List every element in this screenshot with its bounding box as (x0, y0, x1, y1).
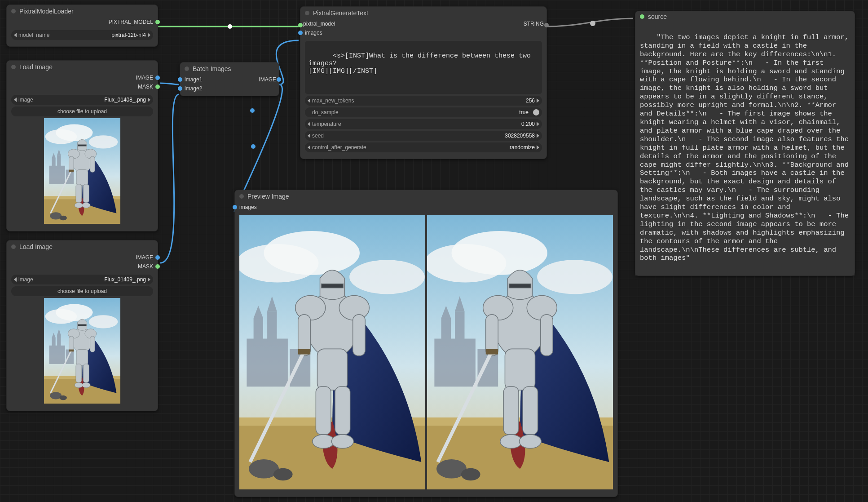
output-string-label: STRING (521, 21, 546, 27)
arrow-right-icon[interactable] (148, 277, 150, 282)
title-text: Preview Image (247, 193, 289, 200)
input-images-label: images (302, 30, 325, 36)
input-port-icon[interactable] (178, 77, 182, 82)
do-sample-widget[interactable]: do_sample true (305, 107, 542, 117)
node-pixtral-model-loader[interactable]: PixtralModelLoader PIXTRAL_MODEL model_n… (6, 4, 158, 47)
collapse-dot-icon[interactable] (11, 9, 16, 13)
arrow-left-icon[interactable] (14, 98, 17, 102)
preview-image-pair (239, 215, 613, 489)
arrow-left-icon[interactable] (14, 33, 17, 37)
max-new-tokens-widget[interactable]: max_new_tokens 256 (305, 96, 542, 106)
arrow-right-icon[interactable] (148, 98, 150, 102)
output-port-icon[interactable] (277, 77, 281, 82)
arrow-right-icon[interactable] (537, 133, 539, 138)
toggle-dot-icon[interactable] (533, 109, 539, 116)
temperature-widget[interactable]: temperature 0.200 (305, 119, 542, 129)
image-preview (44, 298, 120, 404)
node-preview-image[interactable]: Preview Image images (234, 190, 618, 497)
title-text: Load Image (19, 63, 53, 71)
output-port-icon[interactable] (155, 20, 160, 24)
input-images-label: images (237, 204, 260, 210)
svg-point-28 (250, 108, 255, 113)
output-mask-label: MASK (135, 263, 156, 270)
image-file-widget[interactable]: image Flux_01408_.png (11, 95, 153, 105)
node-source[interactable]: source "The two images depict a knight i… (635, 11, 855, 276)
model-name-widget[interactable]: model_name pixtral-12b-nf4 (11, 30, 153, 40)
collapse-dot-icon[interactable] (185, 67, 189, 71)
node-pixtral-generate-text[interactable]: PixtralGenerateText pixtral_model STRING… (300, 6, 547, 159)
input-port-icon[interactable] (640, 14, 644, 19)
output-image-label: IMAGE (133, 75, 156, 81)
node-title[interactable]: PixtralModelLoader (7, 5, 158, 18)
output-label: PIXTRAL_MODEL (106, 19, 156, 25)
node-title[interactable]: Preview Image (235, 190, 617, 203)
arrow-left-icon[interactable] (14, 277, 17, 282)
svg-point-27 (228, 24, 232, 29)
collapse-dot-icon[interactable] (11, 244, 16, 249)
arrow-right-icon[interactable] (148, 33, 150, 37)
node-load-image-2[interactable]: Load Image IMAGE MASK image Flux_01409_.… (6, 240, 158, 411)
image-preview (44, 118, 120, 224)
arrow-left-icon[interactable] (308, 98, 310, 103)
source-text-output[interactable]: "The two images depict a knight in full … (635, 22, 855, 275)
input-port-icon[interactable] (233, 205, 237, 209)
input-port-icon[interactable] (298, 23, 303, 27)
input-port-icon[interactable] (298, 31, 303, 35)
seed-widget[interactable]: seed 3028209558 (305, 131, 542, 141)
input-model-label: pixtral_model (300, 21, 338, 27)
output-mask-label: MASK (135, 84, 156, 90)
output-image-label: IMAGE (256, 76, 279, 83)
collapse-dot-icon[interactable] (11, 65, 16, 69)
node-batch-images[interactable]: Batch Images image1 IMAGE image2 (180, 62, 279, 96)
input-image1-label: image1 (182, 76, 205, 83)
svg-point-29 (251, 144, 256, 149)
title-text: PixtralModelLoader (19, 8, 74, 15)
arrow-left-icon[interactable] (308, 133, 310, 138)
upload-button[interactable]: choose file to upload (11, 286, 153, 296)
arrow-left-icon[interactable] (308, 145, 310, 150)
output-image-label: IMAGE (133, 254, 156, 261)
output-port-icon[interactable] (155, 84, 160, 89)
node-title[interactable]: source (635, 11, 855, 22)
output-port-icon[interactable] (544, 23, 549, 27)
prompt-textarea[interactable]: <s>[INST]What is the difference between … (305, 41, 542, 94)
node-load-image-1[interactable]: Load Image IMAGE MASK image Flux_01408_.… (6, 60, 158, 231)
node-title[interactable]: PixtralGenerateText (300, 7, 546, 19)
title-text: PixtralGenerateText (313, 9, 368, 17)
node-title[interactable]: Batch Images (180, 62, 279, 75)
arrow-right-icon[interactable] (537, 122, 539, 126)
image-file-widget[interactable]: image Flux_01409_.png (11, 275, 153, 284)
title-text: Batch Images (193, 65, 231, 72)
title-text: source (648, 13, 667, 20)
upload-button[interactable]: choose file to upload (11, 107, 153, 116)
collapse-dot-icon[interactable] (305, 11, 309, 15)
control-after-generate-widget[interactable]: control_after_generate randomize (305, 142, 542, 152)
arrow-right-icon[interactable] (537, 98, 539, 103)
title-text: Load Image (19, 243, 53, 250)
svg-point-30 (590, 21, 595, 26)
input-port-icon[interactable] (178, 86, 182, 91)
output-port-icon[interactable] (155, 264, 160, 269)
output-port-icon[interactable] (155, 255, 160, 260)
arrow-right-icon[interactable] (537, 145, 539, 150)
output-port-icon[interactable] (155, 76, 160, 80)
collapse-dot-icon[interactable] (239, 194, 244, 199)
arrow-left-icon[interactable] (308, 122, 310, 126)
input-image2-label: image2 (182, 85, 205, 92)
node-title[interactable]: Load Image (7, 240, 158, 253)
node-title[interactable]: Load Image (7, 61, 158, 73)
